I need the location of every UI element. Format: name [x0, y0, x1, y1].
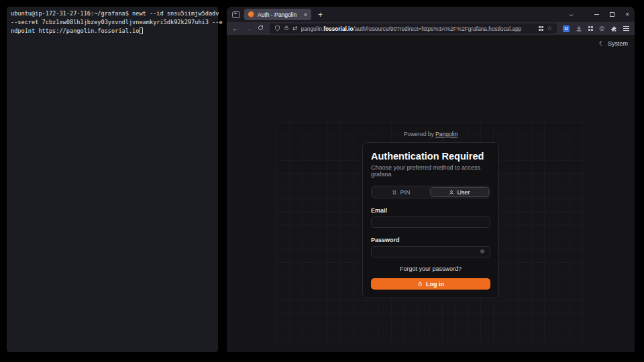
menu-icon[interactable] — [623, 26, 629, 31]
minimize-button[interactable] — [594, 14, 599, 15]
shortcuts-icon[interactable] — [539, 26, 543, 31]
terminal-line-text: ndpoint https://pangolin.fossorial.io — [11, 27, 139, 34]
downloads-icon[interactable] — [576, 23, 582, 35]
show-password-eye-icon[interactable] — [479, 249, 486, 254]
login-button[interactable]: Log in — [371, 278, 490, 290]
bookmark-star-icon[interactable]: ☆ — [547, 25, 552, 32]
new-tab-button[interactable]: + — [315, 10, 325, 19]
lock-icon — [417, 281, 423, 287]
password-field[interactable] — [371, 246, 490, 257]
tab-title: Auth - Pangolin — [258, 11, 301, 18]
browser-window: Auth - Pangolin × + × ← → — [227, 7, 635, 352]
password-wrap — [371, 243, 490, 257]
login-button-label: Log in — [426, 281, 444, 288]
tab-pin[interactable]: PIN — [372, 187, 430, 197]
terminal-line: ubuntu@ip-172-31-27-116:~/grafana$ newt … — [11, 9, 215, 18]
list-all-tabs-icon[interactable] — [568, 9, 574, 21]
theme-toggle[interactable]: ☾ System — [599, 40, 628, 47]
firefox-view-icon[interactable] — [232, 11, 240, 18]
email-field[interactable] — [371, 217, 490, 228]
binary-icon — [392, 190, 397, 195]
browser-toolbar: ← → ⇄ pangolin.fossorial.io/auth/resourc… — [227, 22, 635, 35]
terminal-cursor — [140, 27, 143, 34]
close-button[interactable]: × — [625, 11, 629, 18]
password-label: Password — [371, 237, 490, 243]
forward-icon[interactable]: → — [245, 25, 252, 32]
terminal-line: ndpoint https://pangolin.fossorial.io — [11, 27, 215, 36]
auth-card: Authentication Required Choose your pref… — [362, 142, 499, 298]
browser-tab-active[interactable]: Auth - Pangolin × — [244, 9, 311, 20]
exchange-icon[interactable]: ⇄ — [292, 25, 298, 32]
tab-close-icon[interactable]: × — [304, 11, 307, 18]
card-title: Authentication Required — [371, 151, 490, 162]
user-icon — [449, 190, 454, 195]
tracking-protection-shield-icon[interactable] — [274, 25, 280, 33]
url-text: pangolin.fossorial.io/auth/resource/90?r… — [301, 25, 536, 32]
back-icon[interactable]: ← — [232, 25, 239, 32]
containers-grid-icon[interactable] — [588, 26, 593, 31]
terminal-window[interactable]: ubuntu@ip-172-31-27-116:~/grafana$ newt … — [7, 7, 218, 352]
extensions-puzzle-icon[interactable] — [610, 23, 617, 35]
auth-page: ☾ System Powered by Pangolin Authenticat… — [227, 35, 635, 352]
powered-by-text: Powered by — [404, 131, 434, 137]
tab-user-label: User — [457, 189, 470, 196]
tab-pin-label: PIN — [400, 189, 410, 196]
extension-shield-icon[interactable]: U — [563, 25, 570, 32]
moon-icon: ☾ — [599, 40, 604, 47]
tab-user[interactable]: User — [430, 187, 489, 197]
auth-container: Powered by Pangolin Authentication Requi… — [362, 131, 499, 298]
url-bar[interactable]: ⇄ pangolin.fossorial.io/auth/resource/90… — [270, 23, 557, 34]
forgot-password-link[interactable]: Forgot your password? — [371, 265, 490, 272]
email-label: Email — [371, 207, 490, 214]
auth-method-tabs: PIN User — [371, 186, 490, 198]
card-subtitle: Choose your preferred method to access g… — [371, 164, 490, 178]
terminal-line: --secret 7cbz1xw08lh1jbzey03yxvndljvneam… — [11, 18, 215, 27]
window-controls: × — [594, 11, 629, 18]
powered-by: Powered by Pangolin — [362, 131, 499, 137]
browser-tab-bar: Auth - Pangolin × + × — [227, 7, 635, 22]
theme-label: System — [608, 40, 628, 47]
lock-icon[interactable] — [284, 25, 289, 32]
record-circle-icon[interactable]: ◎ — [599, 25, 604, 32]
reload-icon[interactable] — [258, 25, 264, 32]
maximize-button[interactable] — [610, 12, 614, 17]
pangolin-favicon-icon — [248, 11, 254, 17]
pangolin-link[interactable]: Pangolin — [435, 131, 458, 137]
